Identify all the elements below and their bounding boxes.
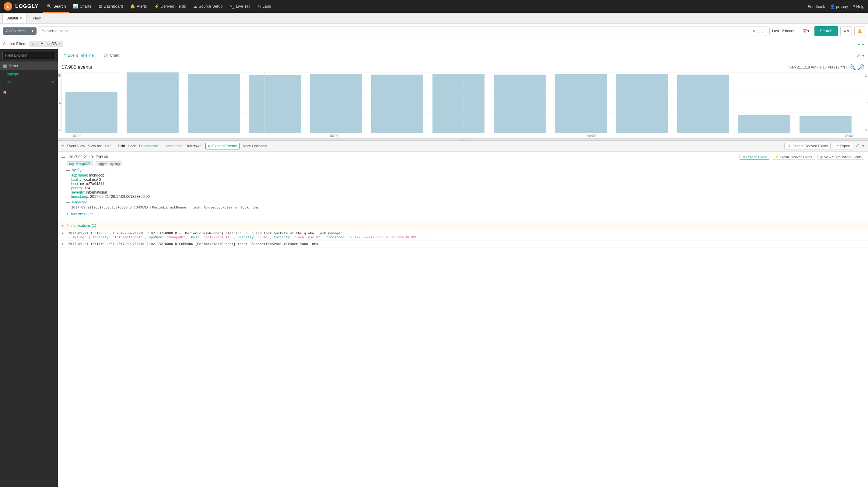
- sidebar-item-tag[interactable]: tag ⚙: [0, 78, 58, 86]
- unparsed-section: ▬ unparsed 2017-09-21T20:17:02.132+0000 …: [66, 200, 864, 209]
- favorite-button[interactable]: ★ ▾: [840, 26, 852, 36]
- event-logtype-chip[interactable]: logtype: syslog: [96, 161, 122, 166]
- bar-7[interactable]: [494, 74, 546, 133]
- create-derived-fields-btn[interactable]: ⚡ Create Derived Fields: [784, 143, 831, 149]
- nav-live-tail[interactable]: >_ Live Tail: [226, 0, 254, 13]
- chart-resize-handle[interactable]: ══: [58, 138, 868, 141]
- view-as-label: View as:: [88, 144, 102, 148]
- sidebar-collapse-btn[interactable]: ◀: [0, 86, 58, 98]
- bar-2[interactable]: [188, 74, 240, 133]
- unparsed-collapse-icon[interactable]: ▬: [66, 200, 70, 204]
- facility-val: local use 0: [83, 178, 101, 182]
- filter-tag-mongodb[interactable]: tag : MongoDB ✕: [30, 41, 63, 47]
- expand-icon[interactable]: ⤢: [856, 53, 860, 58]
- severity-key: severity:: [71, 190, 86, 194]
- bar-5[interactable]: [371, 74, 423, 133]
- notif-expand-icon[interactable]: +: [61, 223, 64, 228]
- expand-events-btn[interactable]: ⊞ Expand Events: [206, 143, 240, 149]
- nav-search[interactable]: 🔍 Search: [43, 0, 69, 13]
- syslog-fields: appName: mongodb facility: local use 0 h…: [71, 173, 864, 199]
- search-expand-icon[interactable]: ⌄⌄: [757, 29, 764, 33]
- log-expand-icon-0[interactable]: +: [61, 231, 66, 236]
- field-explorer-input[interactable]: [2, 52, 55, 59]
- sort-asc-link[interactable]: Ascending: [165, 144, 182, 148]
- log-json-inner: {: [88, 235, 92, 239]
- search-input[interactable]: [42, 29, 752, 33]
- nav-source-setup[interactable]: ☁ Source Setup: [190, 0, 226, 13]
- zoom-out-icon[interactable]: 🔎: [858, 64, 864, 71]
- view-sep: |: [114, 144, 115, 149]
- bar-9[interactable]: [616, 74, 668, 133]
- event-view-expand-icon[interactable]: ⤢: [856, 143, 860, 149]
- tab-chart[interactable]: 📈 Chart: [101, 52, 122, 59]
- bar-3[interactable]: [249, 75, 301, 133]
- view-surrounding-icon: ◎: [820, 155, 823, 159]
- y-label-1k-left: 1K: [58, 101, 61, 105]
- tab-new[interactable]: + New: [28, 15, 43, 22]
- tab-close-icon[interactable]: ✕: [20, 16, 23, 20]
- logo[interactable]: L LOGGLY: [4, 2, 38, 11]
- search-button[interactable]: Search: [814, 26, 838, 36]
- bar-6[interactable]: [432, 74, 485, 133]
- user-link[interactable]: 👤 pranay: [830, 4, 848, 9]
- bar-10[interactable]: [677, 74, 729, 133]
- nav-dashboard[interactable]: ▦ Dashboard: [95, 0, 127, 13]
- event-view-options-icon[interactable]: ▾: [862, 143, 864, 149]
- clear-search-icon[interactable]: ✕: [752, 29, 756, 33]
- create-derived-event-btn[interactable]: ⚡ Create Derived Fields: [772, 154, 815, 160]
- raw-message-label[interactable]: raw message: [71, 212, 93, 216]
- feedback-link[interactable]: Feedback: [808, 4, 825, 9]
- source-select[interactable]: All Sources ▾: [3, 27, 36, 35]
- chart-options-icon[interactable]: ▾: [862, 53, 864, 58]
- bar-8[interactable]: [555, 74, 607, 133]
- nav-alerts[interactable]: 🔔 Alerts: [127, 0, 150, 13]
- ts-val: 2017-09-21T20:17:09.001823+00:00: [90, 194, 150, 199]
- export-btn[interactable]: ↗ Export: [833, 143, 853, 149]
- view-list-link[interactable]: List: [105, 144, 111, 148]
- log-key-severity: severity:: [92, 235, 112, 239]
- star-icon: ★: [843, 29, 847, 33]
- collapse-left-icon: ◀: [2, 89, 6, 94]
- filter-tag-remove-icon[interactable]: ✕: [58, 42, 61, 45]
- tab-default[interactable]: Default ✕: [2, 14, 27, 23]
- view-grid-link[interactable]: Grid: [118, 144, 125, 148]
- bar-4[interactable]: [310, 74, 362, 133]
- bar-0[interactable]: [65, 92, 118, 133]
- gear-icon[interactable]: ⚙: [51, 80, 54, 84]
- nav-derived-fields[interactable]: ⚡ Derived Fields: [151, 0, 190, 13]
- labs-nav-icon: ◎: [257, 4, 261, 8]
- user-name: pranay: [836, 4, 848, 9]
- bar-1[interactable]: [127, 72, 179, 133]
- zoom-in-icon[interactable]: 🔍: [849, 64, 856, 71]
- create-derived-label: Create Derived Fields: [793, 144, 828, 148]
- more-options-btn[interactable]: More Options ▾: [243, 144, 267, 148]
- sort-desc-link[interactable]: Descending: [139, 144, 158, 148]
- field-priority: priority: 134: [71, 186, 864, 190]
- log-expand-icon-1[interactable]: +: [61, 242, 66, 246]
- create-derived-event-label: Create Derived Fields: [780, 155, 812, 159]
- resize-icon: ══: [461, 138, 465, 141]
- bar-11[interactable]: [738, 115, 790, 133]
- nav-labs[interactable]: ◎ Labs: [254, 0, 275, 13]
- time-range-select[interactable]: Last 12 hours 📅▾: [769, 27, 812, 35]
- sidebar-section-other[interactable]: ▦ Other: [0, 62, 58, 70]
- bar-12[interactable]: [800, 116, 851, 133]
- nav-labs-label: Labs: [262, 4, 271, 8]
- expand-event-btn[interactable]: ⊞ Expand Event: [740, 154, 770, 160]
- notifications-label[interactable]: notifications (1): [71, 223, 96, 228]
- event-row-0: ▬ 2017-09-21 13:17:09.001 ⊞ Expand Event…: [58, 152, 868, 221]
- notifications-button[interactable]: 🔔: [854, 26, 865, 36]
- sidebar-item-logtype[interactable]: logtype: [0, 70, 58, 78]
- tab-event-timeline[interactable]: ≡ Event Timeline: [61, 52, 96, 59]
- syslog-collapse-icon[interactable]: ▬: [66, 168, 70, 172]
- nav-charts[interactable]: 📊 Charts: [69, 0, 95, 13]
- search-input-wrap: ✕ ⌄⌄: [39, 26, 767, 36]
- view-surrounding-btn[interactable]: ◎ View Surrounding Events: [817, 154, 864, 160]
- event-tag-chip[interactable]: tag: MongoDB: [67, 161, 93, 166]
- x-label-09: 09:00: [587, 134, 596, 138]
- event-collapse-btn[interactable]: ▬: [61, 155, 65, 159]
- help-link[interactable]: ? Help: [853, 4, 864, 9]
- raw-msg-expand-icon[interactable]: +: [66, 212, 68, 216]
- filters-collapse-icon[interactable]: ⌄⌄: [857, 41, 865, 47]
- raw-message-row: + raw message: [66, 211, 864, 217]
